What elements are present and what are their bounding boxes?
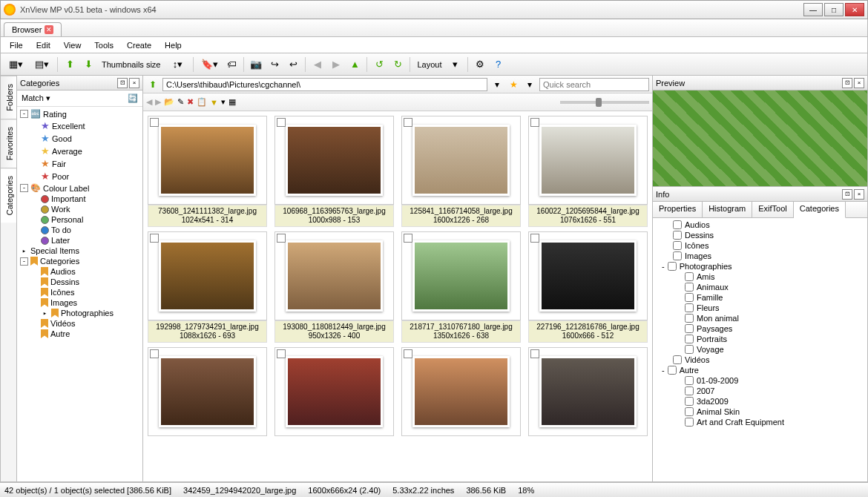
info-cat-row[interactable]: Amis bbox=[654, 271, 866, 282]
close-window-button[interactable]: ✕ bbox=[845, 3, 864, 16]
info-cat-row[interactable]: Portraits bbox=[654, 334, 866, 344]
thumb-checkbox[interactable] bbox=[530, 118, 539, 127]
info-cat-row[interactable]: Voyage bbox=[654, 344, 866, 355]
menu-help[interactable]: Help bbox=[159, 39, 188, 51]
down-button[interactable]: ⬇ bbox=[80, 56, 96, 73]
info-cat-checkbox[interactable] bbox=[673, 355, 682, 364]
thumbnail[interactable] bbox=[528, 347, 648, 436]
filter-icon[interactable]: ▼ bbox=[210, 98, 218, 107]
info-cat-row[interactable]: Images bbox=[654, 251, 866, 261]
info-cat-checkbox[interactable] bbox=[685, 376, 694, 385]
thumb-checkbox[interactable] bbox=[277, 118, 286, 127]
side-tab-categories[interactable]: Categories bbox=[1, 168, 16, 223]
menu-view[interactable]: View bbox=[58, 39, 88, 51]
refresh-icon[interactable]: 🔄 bbox=[128, 93, 138, 103]
info-cat-row[interactable]: 2007 bbox=[654, 386, 866, 396]
zoom-slider[interactable] bbox=[560, 101, 649, 104]
tree-color-item[interactable]: Important bbox=[17, 194, 142, 204]
tree-rating-item[interactable]: ★Fair bbox=[17, 157, 142, 170]
nav-up-icon[interactable]: ⬆ bbox=[146, 78, 160, 91]
thumbnail[interactable]: 160022_1205695844_large.jpg1076x1626 - 5… bbox=[528, 116, 648, 227]
info-cat-checkbox[interactable] bbox=[685, 324, 694, 333]
close-panel-icon[interactable]: × bbox=[129, 78, 139, 88]
info-cat-checkbox[interactable] bbox=[685, 335, 694, 343]
info-cat-checkbox[interactable] bbox=[673, 251, 682, 260]
menu-create[interactable]: Create bbox=[121, 39, 157, 51]
thumbnail[interactable] bbox=[274, 347, 394, 436]
tree-cat-item[interactable]: Audios bbox=[17, 266, 142, 277]
tag-button[interactable]: 🏷 bbox=[223, 56, 240, 73]
thumbnail[interactable]: 125841_1166714058_large.jpg1600x1226 - 2… bbox=[401, 116, 521, 227]
info-cat-checkbox[interactable] bbox=[668, 262, 677, 271]
info-cat-checkbox[interactable] bbox=[673, 241, 682, 250]
copy-icon[interactable]: 📋 bbox=[197, 97, 207, 107]
tree-cat-item[interactable]: Dessins bbox=[17, 277, 142, 287]
info-cat-row[interactable]: Paysages bbox=[654, 323, 866, 334]
open-folder-icon[interactable]: 📂 bbox=[164, 97, 174, 107]
menu-edit[interactable]: Edit bbox=[30, 39, 56, 51]
tree-rating[interactable]: -🔤Rating bbox=[17, 108, 142, 119]
search-input[interactable] bbox=[539, 78, 649, 91]
filter-drop-icon[interactable]: ▾ bbox=[221, 97, 226, 107]
minimize-button[interactable]: — bbox=[803, 3, 823, 16]
info-cat-checkbox[interactable] bbox=[668, 366, 677, 375]
grid-icon[interactable]: ▦ bbox=[228, 97, 236, 107]
info-cat-checkbox[interactable] bbox=[685, 272, 694, 281]
info-cat-checkbox[interactable] bbox=[685, 303, 694, 312]
tree-colorlabel[interactable]: -🎨Colour Label bbox=[17, 182, 142, 194]
thumb-checkbox[interactable] bbox=[404, 234, 412, 243]
tree-rating-item[interactable]: ★Average bbox=[17, 145, 142, 157]
delete-icon[interactable]: ✖ bbox=[187, 97, 194, 107]
info-cat-row[interactable]: 01-09-2009 bbox=[654, 375, 866, 386]
side-tab-folders[interactable]: Folders bbox=[1, 76, 16, 119]
tree-rating-item[interactable]: ★Poor bbox=[17, 170, 142, 182]
tab-browser[interactable]: Browser ✕ bbox=[4, 22, 62, 36]
info-cat-row[interactable]: 3da2009 bbox=[654, 396, 866, 407]
forward-arrow-button[interactable]: ▶ bbox=[328, 56, 344, 73]
rename-icon[interactable]: ✎ bbox=[177, 97, 184, 107]
info-cat-row[interactable]: Animal Skin bbox=[654, 407, 866, 417]
view-mode-button[interactable]: ▤▾ bbox=[30, 56, 53, 73]
info-cat-row[interactable]: Dessins bbox=[654, 230, 866, 240]
tree-cat-item[interactable]: Autre bbox=[17, 329, 142, 339]
fav-drop-icon[interactable]: ▾ bbox=[523, 78, 536, 91]
thumbnail[interactable]: 73608_1241111382_large.jpg1024x541 - 314 bbox=[148, 116, 267, 227]
info-cat-checkbox[interactable] bbox=[685, 407, 694, 416]
rotate-left-button[interactable]: ↺ bbox=[371, 56, 387, 73]
thumb-checkbox[interactable] bbox=[150, 349, 159, 358]
thumbnail[interactable]: 193080_1180812449_large.jpg950x1326 - 40… bbox=[274, 231, 394, 343]
info-cat-checkbox[interactable] bbox=[685, 314, 694, 323]
thumb-checkbox[interactable] bbox=[150, 234, 159, 243]
info-category-tree[interactable]: AudiosDessinsIcônesImages-PhotographiesA… bbox=[653, 218, 867, 481]
thumb-checkbox[interactable] bbox=[404, 349, 412, 358]
thumb-checkbox[interactable] bbox=[530, 349, 539, 358]
import-button[interactable]: ↩ bbox=[285, 56, 301, 73]
thumb-checkbox[interactable] bbox=[277, 349, 286, 358]
info-cat-row[interactable]: Mon animal bbox=[654, 313, 866, 323]
match-dropdown[interactable]: Match ▾ bbox=[22, 93, 125, 103]
path-input[interactable] bbox=[162, 78, 487, 91]
path-drop-icon[interactable]: ▾ bbox=[490, 78, 504, 91]
info-cat-checkbox[interactable] bbox=[685, 397, 694, 406]
hist-fwd-icon[interactable]: ▶ bbox=[155, 97, 161, 107]
up-button[interactable]: ⬆ bbox=[62, 56, 78, 73]
back-arrow-button[interactable]: ◀ bbox=[309, 56, 326, 73]
thumbnail-viewport[interactable]: 73608_1241111382_large.jpg1024x541 - 314… bbox=[143, 111, 652, 481]
info-cat-row[interactable]: Icônes bbox=[654, 240, 866, 251]
info-cat-row[interactable]: Animaux bbox=[654, 282, 866, 292]
info-cat-row[interactable]: Art and Craft Equipment bbox=[654, 417, 866, 427]
tree-cat-item[interactable]: Icônes bbox=[17, 287, 142, 297]
favorite-star-icon[interactable]: ★ bbox=[507, 78, 520, 91]
quick-select-button[interactable]: ▦▾ bbox=[4, 56, 27, 73]
export-button[interactable]: ↪ bbox=[266, 56, 283, 73]
thumb-checkbox[interactable] bbox=[530, 234, 539, 243]
tree-cat-item[interactable]: Images bbox=[17, 297, 142, 308]
info-cat-row[interactable]: Fleurs bbox=[654, 303, 866, 313]
tree-special[interactable]: ▸Special Items bbox=[17, 246, 142, 256]
info-cat-checkbox[interactable] bbox=[685, 386, 694, 395]
bookmark-button[interactable]: 🔖▾ bbox=[197, 56, 221, 73]
info-cat-row[interactable]: -Photographies bbox=[654, 261, 866, 271]
layout-drop[interactable]: ▾ bbox=[447, 56, 464, 73]
info-cat-checkbox[interactable] bbox=[685, 418, 694, 427]
info-cat-checkbox[interactable] bbox=[685, 293, 694, 302]
